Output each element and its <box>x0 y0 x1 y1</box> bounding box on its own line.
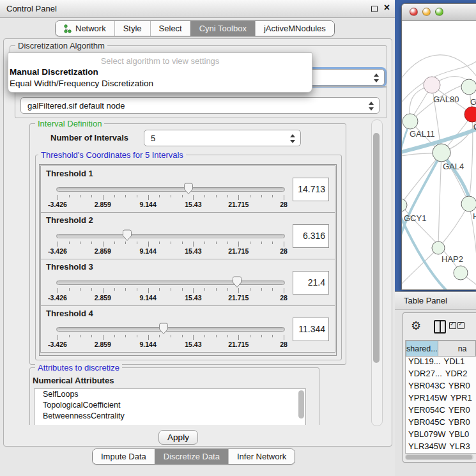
table-row[interactable]: YPR145WYPR1 <box>406 393 476 405</box>
tick-mark <box>91 242 92 244</box>
table-cell[interactable]: YER054C <box>406 405 445 417</box>
tab-cyni-toolbox[interactable]: Cyni Toolbox <box>190 21 255 36</box>
apply-button[interactable]: Apply <box>158 430 198 445</box>
scale-label: -3.426 <box>48 341 67 348</box>
network-node[interactable] <box>461 79 476 95</box>
interval-definition-group: Interval Definition Number of Intervals … <box>29 123 346 365</box>
network-node[interactable] <box>454 266 468 280</box>
close-window-icon[interactable]: × <box>384 2 390 13</box>
table-cell[interactable]: YDR2 <box>442 369 476 381</box>
scrollbar-thumb[interactable] <box>406 455 472 459</box>
zoom-traffic-light-icon[interactable] <box>435 8 443 16</box>
column-header-na[interactable]: na <box>438 341 476 357</box>
network-node[interactable] <box>403 114 418 129</box>
popup-item-manual-discretization[interactable]: Manual Discretization <box>10 66 311 78</box>
threshold-slider[interactable]: -3.4262.8599.14415.4321.71528 <box>56 229 285 257</box>
tab-style[interactable]: Style <box>114 21 150 36</box>
checkbox-icon[interactable] <box>449 322 456 329</box>
table-cell[interactable]: YER0 <box>445 405 476 417</box>
table-cell[interactable]: YPR145W <box>406 393 447 405</box>
slider-track[interactable] <box>56 187 285 192</box>
table-row[interactable]: YDL19...YDL1 <box>406 357 476 369</box>
scale-label: 28 <box>280 294 288 302</box>
table-cell[interactable]: YBR043C <box>406 381 445 393</box>
tab-jactivemnodules[interactable]: jActiveMNodules <box>255 21 334 36</box>
algorithm-dropdown-popup: Select algorithm to view settings Manual… <box>8 52 312 93</box>
threshold-value-field[interactable]: 11.344 <box>293 318 329 341</box>
threshold-value-field[interactable]: 21.4 <box>293 271 329 295</box>
float-window-icon[interactable] <box>371 6 378 12</box>
slider-thumb[interactable] <box>122 229 132 242</box>
table-cell[interactable]: YDL19... <box>406 357 441 369</box>
slider-thumb[interactable] <box>232 276 242 288</box>
tick-mark <box>171 242 171 244</box>
settings-scroll-area: Interval Definition Number of Intervals … <box>10 119 371 425</box>
column-header-shared[interactable]: shared... <box>406 341 438 357</box>
table-cell[interactable]: YLR345W <box>406 441 446 454</box>
table-cell[interactable]: YPR1 <box>447 393 476 405</box>
network-node[interactable] <box>433 144 450 162</box>
slider-track[interactable] <box>56 280 285 285</box>
threshold-slider[interactable]: -3.4262.8599.14415.4321.71528 <box>56 276 285 304</box>
network-node[interactable] <box>432 242 445 254</box>
tick-mark <box>227 288 228 291</box>
tick-mark <box>114 335 115 337</box>
number-of-intervals-combo[interactable]: 5 <box>144 130 301 146</box>
tab-network[interactable]: Network <box>56 21 114 36</box>
tab-discretize-data[interactable]: Discretize Data <box>155 449 228 464</box>
threshold-value-field[interactable]: 14.713 <box>293 178 329 201</box>
tick-mark <box>114 288 115 291</box>
close-traffic-light-icon[interactable] <box>410 8 418 16</box>
table-row[interactable]: YBR045CYBR0 <box>406 417 476 429</box>
tick-mark <box>137 335 137 337</box>
network-canvas[interactable]: GAL80GACGAL11GAL4GCY1HHAP2 <box>402 21 476 290</box>
slider-track[interactable] <box>56 234 285 238</box>
attribute-item-topologicalcoefficient[interactable]: TopologicalCoefficient <box>35 400 305 411</box>
columns-icon[interactable] <box>434 320 446 334</box>
network-node[interactable] <box>461 196 476 211</box>
table-row[interactable]: YLR345WYLR3 <box>406 441 476 454</box>
table-row[interactable]: YER054CYER0 <box>406 405 476 417</box>
attribute-item-betweennesscentrality[interactable]: BetweennessCentrality <box>35 411 305 422</box>
tab-infer-network[interactable]: Infer Network <box>228 449 295 464</box>
gear-icon[interactable]: ⚙ <box>411 319 421 333</box>
table-cell[interactable]: YDL1 <box>441 357 476 369</box>
network-node[interactable] <box>424 77 440 93</box>
list-scrollbar[interactable] <box>298 390 304 418</box>
table-cell[interactable]: YBL079W <box>406 429 446 441</box>
table-row[interactable]: YBR043CYBR0 <box>406 381 476 393</box>
table-row[interactable]: YDR27...YDR2 <box>406 369 476 381</box>
tab-select[interactable]: Select <box>150 21 190 36</box>
threshold-slider[interactable]: -3.4262.8599.14415.4321.71528 <box>56 183 285 211</box>
table-cell[interactable]: YDR27... <box>406 369 442 381</box>
vertical-scrollbar[interactable] <box>371 119 383 426</box>
tick-mark <box>103 242 104 247</box>
table-cell[interactable]: YBL0 <box>446 429 476 441</box>
scrollbar-thumb[interactable] <box>373 133 380 363</box>
table-cell[interactable]: YBR0 <box>445 417 476 429</box>
tick-mark <box>250 335 250 337</box>
table-panel-window: ⚙ shared...na YDL19...YDL1YDR27...YDR2YB… <box>403 312 476 463</box>
slider-track[interactable] <box>56 327 285 332</box>
popup-item-equal-width-frequency-discretization[interactable]: Equal Width/Frequency Discretization <box>10 78 311 89</box>
tab-impute-data[interactable]: Impute Data <box>93 449 155 464</box>
scale-label: -3.426 <box>48 247 67 255</box>
attribute-item-selfloops[interactable]: SelfLoops <box>35 389 305 400</box>
table-data-combo[interactable]: galFiltered.sif default node <box>20 97 380 114</box>
slider-thumb[interactable] <box>183 183 194 195</box>
tick-mark <box>91 288 92 291</box>
threshold-value-field[interactable]: 6.316 <box>293 224 329 248</box>
table-cell[interactable]: YBR045C <box>406 417 445 429</box>
table-cell[interactable]: YBR0 <box>445 381 476 393</box>
tab-label: Style <box>123 24 142 33</box>
checkbox-icon[interactable] <box>457 322 464 329</box>
threshold-slider[interactable]: -3.4262.8599.14415.4321.71528 <box>56 323 285 351</box>
table-cell[interactable]: YLR3 <box>446 441 476 454</box>
network-node[interactable] <box>464 107 476 122</box>
horizontal-scrollbar[interactable] <box>405 454 473 460</box>
minimize-traffic-light-icon[interactable] <box>422 8 431 16</box>
table-row[interactable]: YBL079WYBL0 <box>406 429 476 441</box>
network-node[interactable] <box>402 199 407 211</box>
slider-thumb[interactable] <box>158 323 169 335</box>
network-edge <box>438 153 441 248</box>
